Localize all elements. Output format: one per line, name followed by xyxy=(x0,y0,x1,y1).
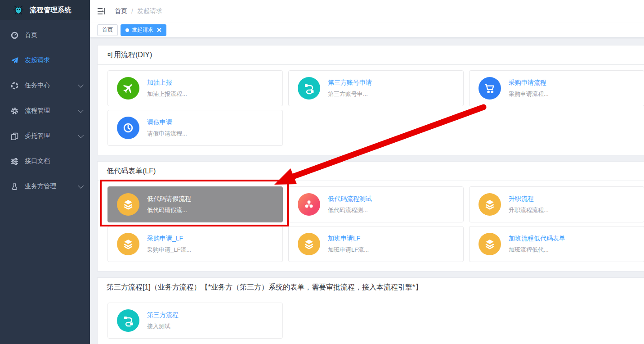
process-desc: 加班申请LF流... xyxy=(328,246,369,254)
card-grid: 第三方流程接入测试 xyxy=(98,297,644,344)
process-card-leave-request[interactable]: 请假申请请假申请流程... xyxy=(107,110,283,146)
section-title: 第三方流程[1]（业务方流程）【*业务方（第三方）系统的表单，需要审批流程，接入… xyxy=(98,278,644,297)
sidebar: 流程管理系统 首页 发起请求 任务中心 流程管理 xyxy=(0,0,90,344)
process-card-refuel-report[interactable]: 加油上报加油上报流程... xyxy=(107,70,283,106)
tab-initiate-request[interactable]: 发起请求 xyxy=(121,24,166,36)
gear-icon xyxy=(11,107,18,115)
cart-icon xyxy=(479,77,501,100)
sidebar-item-label: 流程管理 xyxy=(25,107,78,115)
plane-icon xyxy=(117,77,139,100)
sidebar-item-label: 任务中心 xyxy=(25,81,78,90)
send-icon xyxy=(11,57,18,64)
sidebar-item-label: 业务方管理 xyxy=(25,182,78,190)
process-desc: 加油上报流程... xyxy=(147,90,187,98)
sidebar-item-home[interactable]: 首页 xyxy=(0,23,90,48)
tab-label: 首页 xyxy=(102,26,113,34)
process-name: 加班申请LF xyxy=(328,235,369,243)
process-card-lowcode-leave[interactable]: 低代码请假流程低代码请假流... xyxy=(107,186,283,222)
process-name: 请假申请 xyxy=(147,118,187,127)
process-desc: 低代码请假流... xyxy=(147,206,191,214)
sidebar-item-process-management[interactable]: 流程管理 xyxy=(0,98,90,123)
process-card-overtime-lf[interactable]: 加班申请LF加班申请LF流... xyxy=(288,226,464,262)
process-desc: 第三方账号申... xyxy=(328,90,372,98)
chevron-down-icon xyxy=(78,82,84,88)
section-title: 可用流程(DIY) xyxy=(98,45,644,65)
layers-icon xyxy=(479,233,501,255)
section-available-processes: 可用流程(DIY) 加油上报加油上报流程... 第三方账号申请第三方账号申... xyxy=(97,45,644,155)
bug-logo-icon xyxy=(13,4,24,16)
route-icon xyxy=(117,309,139,332)
process-name: 第三方账号申请 xyxy=(328,79,372,87)
sidebar-item-delegation-management[interactable]: 委托管理 xyxy=(0,123,90,149)
content-area: 可用流程(DIY) 加油上报加油上报流程... 第三方账号申请第三方账号申... xyxy=(90,38,644,344)
tab-label: 发起请求 xyxy=(132,26,153,34)
main-area: 首页 / 发起请求 首页 发起请求 可用流程(DIY) 加油上报加油上报流程..… xyxy=(90,0,644,344)
process-name: 第三方流程 xyxy=(147,311,179,319)
process-desc: 采购申请_LF流... xyxy=(147,246,191,254)
sidebar-item-initiate-request[interactable]: 发起请求 xyxy=(0,48,90,73)
process-card-lowcode-test[interactable]: 低代码流程测试低代码流程测... xyxy=(288,186,464,222)
process-desc: 升职流程流程... xyxy=(509,206,549,214)
breadcrumb-home[interactable]: 首页 xyxy=(115,7,127,15)
process-desc: 加班流程低代... xyxy=(509,246,565,254)
tab-home[interactable]: 首页 xyxy=(97,24,118,36)
layers-icon xyxy=(479,193,501,216)
app-logo-row: 流程管理系统 xyxy=(0,0,90,20)
process-desc: 接入测试 xyxy=(147,322,179,330)
process-card-third-party-account[interactable]: 第三方账号申请第三方账号申... xyxy=(288,70,464,106)
layers-icon xyxy=(298,233,320,255)
section-title: 低代码表单(LF) xyxy=(98,162,644,181)
process-name: 低代码流程测试 xyxy=(328,195,372,203)
breadcrumb-separator: / xyxy=(131,8,133,15)
section-third-party-processes: 第三方流程[1]（业务方流程）【*业务方（第三方）系统的表单，需要审批流程，接入… xyxy=(97,277,644,344)
process-name: 低代码请假流程 xyxy=(147,195,191,203)
card-grid: 低代码请假流程低代码请假流... 低代码流程测试低代码流程测... 升职流程升职… xyxy=(98,181,644,271)
molecule-icon xyxy=(298,193,320,216)
process-desc: 采购申请流程... xyxy=(509,90,549,98)
breadcrumb: 首页 / 发起请求 xyxy=(115,7,162,15)
layers-icon xyxy=(117,233,139,255)
process-card-promotion[interactable]: 升职流程升职流程流程... xyxy=(469,186,644,222)
tag-view-bar: 首页 发起请求 xyxy=(90,23,644,38)
sidebar-item-business-party-management[interactable]: 业务方管理 xyxy=(0,174,90,199)
sidebar-item-task-center[interactable]: 任务中心 xyxy=(0,73,90,98)
process-card-purchase-request[interactable]: 采购申请流程采购申请流程... xyxy=(469,70,644,106)
sidebar-item-label: 委托管理 xyxy=(25,132,78,140)
active-dot-icon xyxy=(125,28,129,32)
dashboard-icon xyxy=(11,32,18,39)
route-icon xyxy=(298,77,320,100)
sidebar-menu: 首页 发起请求 任务中心 流程管理 委托管理 xyxy=(0,20,90,199)
process-card-overtime-lowcode-form[interactable]: 加班流程低代码表单加班流程低代... xyxy=(469,226,644,262)
section-lowcode-forms: 低代码表单(LF) 低代码请假流程低代码请假流... 低代码流程测试低代码流程测… xyxy=(97,161,644,272)
layers-icon xyxy=(117,193,139,216)
process-name: 采购申请_LF xyxy=(147,235,191,243)
chevron-down-icon xyxy=(78,183,84,189)
breadcrumb-current: 发起请求 xyxy=(137,7,162,15)
process-name: 升职流程 xyxy=(509,195,549,203)
sliders-icon xyxy=(11,158,18,165)
app-title: 流程管理系统 xyxy=(30,6,72,14)
card-grid: 加油上报加油上报流程... 第三方账号申请第三方账号申... 采购申请流程采购申… xyxy=(98,65,644,155)
chevron-down-icon xyxy=(78,107,84,113)
process-card-third-party-process[interactable]: 第三方流程接入测试 xyxy=(107,303,283,339)
close-icon[interactable] xyxy=(157,27,161,32)
sidebar-item-label: 首页 xyxy=(25,31,82,39)
chevron-down-icon xyxy=(78,132,84,138)
process-name: 采购申请流程 xyxy=(509,79,549,87)
process-desc: 请假申请流程... xyxy=(147,130,187,138)
process-desc: 低代码流程测... xyxy=(328,206,372,214)
sidebar-item-label: 接口文档 xyxy=(25,157,82,165)
sidebar-item-api-docs[interactable]: 接口文档 xyxy=(0,149,90,174)
process-name: 加班流程低代码表单 xyxy=(509,235,565,243)
topbar: 首页 / 发起请求 xyxy=(90,0,644,23)
flask-icon xyxy=(11,183,18,190)
clock-icon xyxy=(117,117,139,139)
process-card-purchase-lf[interactable]: 采购申请_LF采购申请_LF流... xyxy=(107,226,283,262)
sidebar-fold-icon[interactable] xyxy=(97,6,107,16)
process-name: 加油上报 xyxy=(147,79,187,87)
sidebar-item-label: 发起请求 xyxy=(25,56,82,64)
task-center-icon xyxy=(11,82,18,90)
copy-icon xyxy=(11,132,18,140)
